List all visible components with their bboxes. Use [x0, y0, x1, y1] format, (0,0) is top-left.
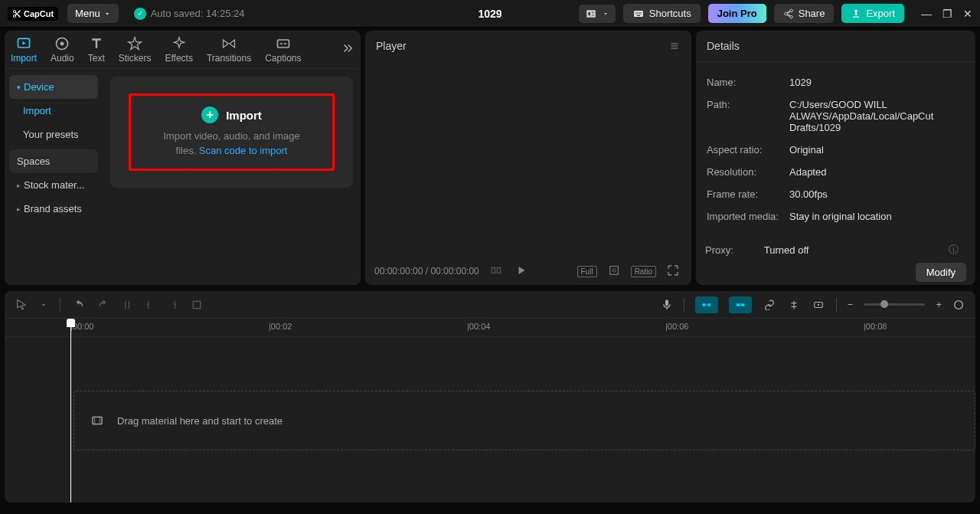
tab-captions[interactable]: Captions [265, 36, 301, 64]
pointer-dropdown[interactable] [40, 301, 47, 309]
minimize-button[interactable]: — [921, 8, 932, 20]
svg-rect-8 [609, 266, 618, 274]
play-button[interactable] [513, 264, 530, 280]
maximize-button[interactable]: ❐ [942, 8, 952, 20]
player-viewport[interactable] [365, 61, 691, 257]
sidebar-item-brand[interactable]: ▸Brand assets [9, 197, 98, 221]
tab-text[interactable]: Text [88, 36, 105, 64]
layout-button[interactable] [579, 5, 616, 23]
autosave-status: ✓ Auto saved: 14:25:24 [134, 8, 245, 20]
detail-label-aspect: Aspect ratio: [707, 144, 789, 156]
crop-icon[interactable] [605, 263, 623, 280]
zoom-out-button[interactable]: − [848, 299, 854, 310]
stickers-icon [127, 36, 142, 51]
svg-rect-6 [497, 267, 501, 273]
ratio-button[interactable]: Ratio [631, 266, 656, 277]
timeline-tracks[interactable]: Drag material here and start to create [5, 337, 975, 503]
svg-marker-7 [518, 267, 524, 273]
import-dropzone[interactable]: + Import Import video, audio, and image … [110, 77, 353, 188]
scan-code-link[interactable]: Scan code to import [199, 145, 288, 156]
join-pro-button[interactable]: Join Pro [708, 4, 766, 23]
magnet-button[interactable] [695, 296, 718, 313]
svg-point-17 [818, 303, 819, 305]
zoom-slider[interactable] [864, 303, 925, 306]
svg-point-18 [955, 300, 963, 309]
pointer-tool[interactable] [15, 299, 28, 311]
shortcuts-button[interactable]: Shortcuts [623, 4, 701, 23]
tabs-more-button[interactable] [341, 41, 354, 57]
svg-rect-12 [708, 303, 711, 306]
export-icon [851, 8, 861, 19]
sidebar-item-presets[interactable]: Your presets [9, 123, 98, 146]
close-button[interactable]: ✕ [963, 8, 972, 20]
zoom-in-button[interactable]: + [936, 299, 942, 310]
split-left-button[interactable] [145, 299, 155, 311]
detail-value-imported: Stay in original location [789, 211, 965, 222]
svg-rect-11 [703, 303, 706, 306]
menu-icon[interactable] [668, 41, 681, 51]
sidebar-item-import[interactable]: Import [9, 99, 98, 123]
svg-marker-1 [22, 41, 25, 44]
fullscreen-icon[interactable] [664, 263, 682, 280]
crop-button[interactable] [191, 299, 203, 311]
tab-stickers[interactable]: Stickers [119, 36, 152, 64]
tab-audio[interactable]: Audio [51, 36, 74, 64]
info-icon[interactable]: ⓘ [949, 243, 959, 257]
svg-rect-19 [93, 417, 102, 424]
split-button[interactable] [122, 299, 132, 311]
chevrons-right-icon [341, 41, 354, 55]
compare-icon[interactable] [487, 264, 505, 280]
keyboard-icon [632, 8, 645, 19]
export-button[interactable]: Export [841, 4, 904, 23]
timeline-dropzone[interactable]: Drag material here and start to create [74, 391, 975, 450]
snap-button[interactable] [729, 296, 752, 313]
share-button[interactable]: Share [774, 4, 835, 23]
share-icon [783, 8, 794, 19]
tab-transitions[interactable]: Transitions [207, 36, 251, 64]
tab-effects[interactable]: Effects [165, 36, 192, 64]
tutorial-highlight: + Import Import video, audio, and image … [129, 93, 335, 170]
import-description: Import video, audio, and image files. Sc… [154, 129, 309, 157]
detail-label-name: Name: [707, 77, 789, 88]
detail-label-imported: Imported media: [707, 211, 789, 222]
link-button[interactable] [763, 300, 776, 310]
caret-down-icon [602, 10, 609, 18]
timeline-panel: − + |00:00 |00:02 |00:04 |00:06 |00:08 D… [5, 291, 975, 503]
zoom-fit-button[interactable] [952, 299, 965, 311]
playhead[interactable] [70, 319, 71, 503]
detail-value-aspect: Original [789, 144, 965, 156]
caret-down-icon: ▾ [17, 83, 21, 91]
preview-button[interactable] [812, 300, 825, 310]
timeline-toolbar: − + [5, 291, 975, 319]
import-title: Import [226, 109, 262, 122]
tab-import[interactable]: Import [11, 36, 37, 64]
sidebar-item-spaces[interactable]: Spaces [9, 149, 98, 173]
media-tabs: Import Audio Text Stickers Effects Trans… [5, 31, 361, 69]
detail-value-path: C:/Users/GOOD WILL ALWAYS/AppData/Local/… [789, 99, 965, 133]
menu-button[interactable]: Menu [67, 4, 119, 23]
svg-point-3 [60, 41, 64, 45]
full-button[interactable]: Full [577, 266, 597, 277]
sidebar-item-device[interactable]: ▾Device [9, 75, 98, 99]
undo-button[interactable] [73, 299, 85, 311]
plus-icon: + [201, 106, 218, 123]
dropzone-hint: Drag material here and start to create [117, 415, 283, 427]
mic-button[interactable] [661, 298, 673, 312]
detail-label-path: Path: [707, 99, 789, 133]
svg-rect-5 [492, 267, 495, 273]
timeline-ruler[interactable]: |00:00 |00:02 |00:04 |00:06 |00:08 [5, 319, 975, 337]
svg-rect-13 [706, 304, 707, 305]
redo-button[interactable] [97, 299, 109, 311]
project-title: 1029 [478, 8, 501, 20]
detail-label-resolution: Resolution: [707, 166, 789, 178]
player-timecode: 00:00:00:00 / 00:00:00:00 [374, 266, 479, 277]
split-right-button[interactable] [168, 299, 178, 311]
svg-point-9 [612, 269, 616, 272]
sidebar-item-stock[interactable]: ▸Stock mater... [9, 173, 98, 197]
caret-right-icon: ▸ [17, 182, 21, 189]
modify-button[interactable]: Modify [916, 263, 966, 282]
titlebar: CapCut Menu ✓ Auto saved: 14:25:24 1029 … [0, 0, 980, 28]
detail-label-framerate: Frame rate: [707, 188, 789, 200]
align-button[interactable] [787, 300, 801, 310]
player-title: Player [376, 40, 407, 52]
